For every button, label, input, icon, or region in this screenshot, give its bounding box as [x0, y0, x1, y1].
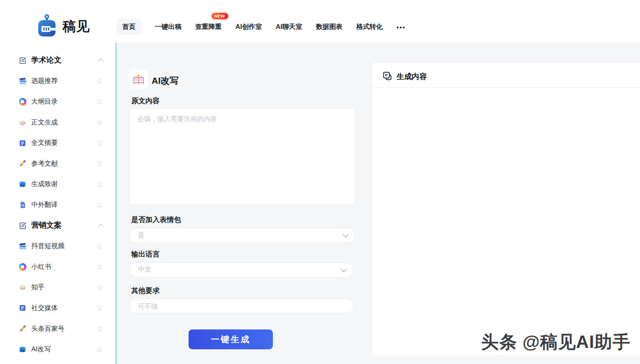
favorite-star-icon[interactable]: ☆ — [96, 263, 103, 271]
sidebar-item-references[interactable]: 参考文献 ☆ — [0, 153, 116, 174]
main-nav: 首页 一键出稿 查重降重 NEW AI创作室 AI聊天室 数据图表 格式转化 •… — [117, 19, 406, 35]
nav-item-ai-chat[interactable]: AI聊天室 — [276, 23, 302, 31]
pen-icon — [18, 159, 27, 168]
app-window: 稿见 首页 一键出稿 查重降重 NEW AI创作室 AI聊天室 数据图表 格式转… — [0, 0, 640, 364]
ai-rewrite-form: AI改写 原文内容 是否加入表情包 是 输出语言 中文 其他要求 一键生成 — [117, 43, 372, 364]
sidebar-item-toutiao-baijia[interactable]: 头条百家号 ☆ — [0, 319, 116, 339]
other-requirements-input[interactable] — [129, 299, 354, 313]
sidebar-item-label: 大纲目录 — [31, 98, 58, 106]
generated-content-icon — [382, 71, 392, 83]
sidebar-section-marketing[interactable]: 营销文案 — [0, 215, 116, 236]
sidebar-item-label: AI改写 — [31, 345, 51, 354]
emoji-select-value: 是 — [138, 231, 144, 240]
sidebar-item-label: 中外翻译 — [31, 201, 58, 209]
emoji-option-label: 是否加入表情包 — [131, 215, 181, 224]
brand-logo[interactable]: 稿见 — [36, 14, 90, 39]
blue-doc-icon — [18, 303, 27, 312]
donut-icon — [18, 262, 27, 271]
sidebar-item-outline[interactable]: 大纲目录 ☆ — [0, 91, 116, 112]
emoji-select[interactable]: 是 — [129, 228, 356, 243]
favorite-star-icon[interactable]: ☆ — [96, 304, 103, 312]
sidebar-item-label: 社交媒体 — [31, 304, 58, 312]
tools-sidebar: 学术论文 选题推荐 ☆ 大纲目录 ☆ — [0, 43, 117, 364]
sidebar-item-ai-rewrite[interactable]: AI改写 ☆ — [0, 339, 116, 360]
toutiao-watermark: 头条 @稿见AI助手 — [481, 330, 631, 354]
chevron-up-icon[interactable] — [98, 223, 103, 229]
panel-divider — [372, 88, 640, 88]
section-title: 学术论文 — [31, 55, 62, 65]
chevron-down-icon — [343, 231, 349, 238]
sidebar-item-zhihu[interactable]: 知乎 ☆ — [0, 277, 116, 298]
books-icon — [18, 242, 27, 251]
stack-icon — [18, 180, 27, 189]
section-title: 营销文案 — [31, 221, 62, 231]
doc-edit-icon — [18, 221, 27, 230]
sidebar-section-academic[interactable]: 学术论文 — [0, 50, 116, 71]
favorite-star-icon[interactable]: ☆ — [96, 242, 103, 250]
open-book-icon — [129, 70, 148, 89]
books-icon — [18, 77, 27, 86]
favorite-star-icon[interactable]: ☆ — [96, 201, 103, 209]
nav-item-home[interactable]: 首页 — [117, 19, 141, 35]
other-requirements-label: 其他要求 — [131, 286, 160, 295]
doc-edit-icon — [18, 56, 27, 65]
sidebar-item-label: 抖音短视频 — [31, 242, 64, 250]
favorite-star-icon[interactable]: ☆ — [96, 180, 103, 188]
source-content-label: 原文内容 — [131, 97, 160, 106]
chevron-down-icon — [341, 266, 347, 272]
sidebar-item-label: 选题推荐 — [31, 77, 58, 85]
sidebar-item-acknowledgement[interactable]: 生成致谢 ☆ — [0, 174, 116, 195]
favorite-star-icon[interactable]: ☆ — [96, 139, 103, 147]
translate-doc-icon — [18, 200, 27, 209]
sidebar-item-xiaohongshu[interactable]: 小红书 ☆ — [0, 257, 116, 277]
sidebar-item-label: 生成致谢 — [31, 180, 58, 188]
sidebar-item-label: 小红书 — [31, 263, 51, 271]
language-select-value: 中文 — [138, 266, 151, 274]
nav-item-plagiarism-check[interactable]: 查重降重 NEW — [195, 23, 222, 31]
sidebar-item-label: 正文生成 — [31, 118, 58, 127]
sidebar-item-abstract[interactable]: 全文摘要 ☆ — [0, 133, 116, 153]
chevron-up-icon[interactable] — [98, 59, 103, 64]
favorite-star-icon[interactable]: ☆ — [96, 325, 103, 333]
nav-item-data-charts[interactable]: 数据图表 — [316, 23, 343, 31]
favorite-star-icon[interactable]: ☆ — [96, 160, 103, 168]
nav-item-format-convert[interactable]: 格式转化 — [356, 23, 383, 31]
generated-content-title: 生成内容 — [397, 72, 427, 82]
brand-name: 稿见 — [63, 18, 90, 36]
sidebar-item-label: 知乎 — [31, 283, 45, 292]
pen-icon — [18, 324, 27, 333]
sidebar-item-social-media[interactable]: 社交媒体 ☆ — [0, 298, 116, 319]
sidebar-item-label: 全文摘要 — [31, 139, 58, 147]
favorite-star-icon[interactable]: ☆ — [96, 98, 103, 106]
favorite-star-icon[interactable]: ☆ — [96, 284, 103, 292]
source-content-input[interactable] — [129, 108, 355, 204]
stack-icon — [18, 345, 27, 354]
sidebar-item-translation[interactable]: 中外翻译 ☆ — [0, 195, 116, 215]
blue-doc-icon — [18, 139, 27, 148]
new-badge: NEW — [211, 13, 229, 19]
sidebar-item-body-generate[interactable]: 正文生成 ☆ — [0, 112, 116, 133]
donut-icon — [18, 97, 27, 106]
content-area: 学术论文 选题推荐 ☆ 大纲目录 ☆ — [0, 43, 640, 364]
robot-logo-icon — [36, 14, 58, 39]
language-select[interactable]: 中文 — [129, 262, 354, 277]
output-language-label: 输出语言 — [131, 250, 160, 259]
favorite-star-icon[interactable]: ☆ — [96, 77, 103, 85]
nav-item-one-click-draft[interactable]: 一键出稿 — [155, 23, 181, 31]
favorite-star-icon[interactable]: ☆ — [96, 346, 103, 354]
nav-more-icon[interactable]: ••• — [397, 24, 406, 31]
generated-content-panel: 生成内容 头条 @稿见AI助手 — [372, 63, 640, 355]
generate-button[interactable]: 一键生成 — [189, 329, 273, 349]
sidebar-item-label: 头条百家号 — [31, 325, 64, 333]
generated-content-header: 生成内容 — [382, 71, 427, 83]
pages-icon — [18, 283, 27, 292]
sidebar-item-label: 参考文献 — [31, 160, 58, 168]
top-header: 稿见 首页 一键出稿 查重降重 NEW AI创作室 AI聊天室 数据图表 格式转… — [0, 0, 640, 43]
sidebar-item-topic-recommend[interactable]: 选题推荐 ☆ — [0, 71, 116, 92]
favorite-star-icon[interactable]: ☆ — [96, 118, 103, 126]
nav-item-ai-studio[interactable]: AI创作室 — [235, 23, 262, 31]
page-title: AI改写 — [152, 75, 179, 87]
sidebar-item-douyin-video[interactable]: 抖音短视频 ☆ — [0, 236, 116, 257]
pages-icon — [18, 118, 27, 127]
